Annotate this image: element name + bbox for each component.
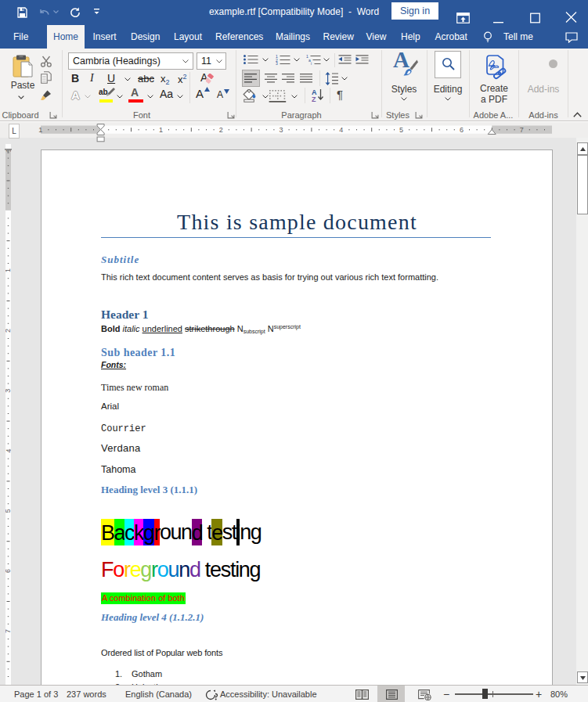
svg-text:6: 6 (460, 126, 464, 134)
svg-text:i: i (311, 61, 312, 65)
svg-text:5: 5 (399, 126, 403, 134)
svg-text:2: 2 (5, 329, 11, 333)
svg-text:7: 7 (5, 629, 11, 633)
svg-text:1: 1 (5, 268, 11, 272)
svg-text:6: 6 (5, 569, 11, 573)
svg-text:5: 5 (5, 509, 11, 513)
svg-text:Z: Z (312, 95, 316, 102)
svg-text:4: 4 (5, 448, 11, 452)
svg-text:3: 3 (279, 126, 283, 134)
svg-text:7: 7 (520, 126, 524, 134)
svg-text:4: 4 (339, 126, 343, 134)
svg-text:1: 1 (38, 126, 42, 134)
svg-text:3: 3 (276, 61, 278, 65)
svg-text:3: 3 (5, 389, 11, 393)
svg-text:2: 2 (219, 126, 223, 134)
svg-text:1: 1 (159, 126, 163, 134)
